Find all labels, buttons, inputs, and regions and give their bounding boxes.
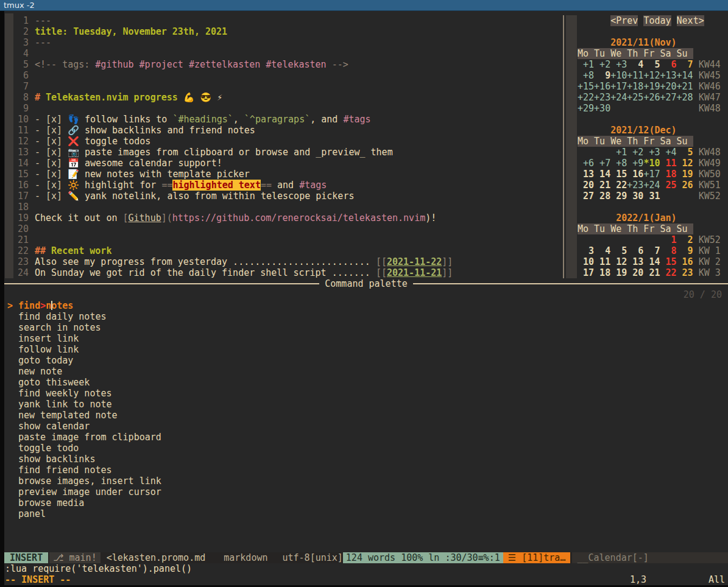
seg-teal[interactable]: +25 — [627, 92, 643, 103]
palette-item[interactable]: yank link to note — [4, 399, 728, 410]
editor-line[interactable]: 22## Recent work — [4, 245, 559, 256]
seg-teal[interactable]: +22 — [578, 92, 594, 103]
seg-teal[interactable]: +9 — [627, 158, 643, 169]
editor-line[interactable]: 11- [x] 🔗 show backlinks and friend note… — [4, 125, 559, 136]
seg-teal[interactable]: +8 — [578, 70, 594, 81]
seg-sun[interactable]: 19 — [677, 169, 693, 180]
editor-line[interactable]: 14- [x] 📅 awesome calendar support! — [4, 158, 559, 169]
seg-teal[interactable]: +3 — [643, 147, 660, 158]
seg-sun[interactable]: 2 — [677, 234, 693, 245]
palette-item[interactable]: browse media — [4, 497, 728, 508]
seg-teal[interactable]: +29 — [578, 103, 594, 114]
palette-item[interactable]: follow link — [4, 344, 728, 355]
seg-btn[interactable]: Next> — [677, 15, 704, 26]
seg-sat[interactable]: 8 — [660, 245, 676, 256]
seg-day[interactable]: 20 — [578, 180, 594, 191]
seg-day[interactable]: 7 — [643, 245, 660, 256]
seg-day[interactable]: 13 — [627, 256, 643, 267]
seg-btn[interactable]: <Prev — [610, 15, 638, 26]
editor-line[interactable]: 15- [x] 📝 new notes with template picker — [4, 169, 559, 180]
seg-teal[interactable]: +23 — [594, 92, 610, 103]
seg-sun[interactable]: 12 — [677, 158, 693, 169]
seg-teal[interactable]: +23 — [627, 180, 643, 191]
seg-day[interactable]: 5 — [643, 59, 660, 70]
seg-sat[interactable]: 1 — [660, 234, 676, 245]
palette-item[interactable]: show calendar — [4, 421, 728, 432]
seg-day[interactable]: 11 — [594, 256, 610, 267]
seg-day[interactable]: 15 — [610, 169, 627, 180]
palette-item[interactable]: panel — [4, 508, 728, 519]
editor-line[interactable]: 23Also see my progress from yesterday ..… — [4, 256, 559, 267]
seg-day[interactable]: 20 — [627, 267, 643, 278]
window-titlebar[interactable]: tmux -2 — [0, 0, 728, 11]
editor-line[interactable]: 24On Sunday we got rid of the daily find… — [4, 267, 559, 278]
seg-teal[interactable]: +18 — [627, 81, 643, 92]
seg-teal[interactable]: +16 — [594, 81, 610, 92]
seg-sat[interactable]: 15 — [660, 256, 676, 267]
seg-teal[interactable]: +11 — [627, 70, 643, 81]
seg-teal[interactable]: +24 — [643, 180, 660, 191]
palette-item[interactable]: goto thisweek — [4, 377, 728, 388]
calendar-scrollbar[interactable] — [566, 15, 577, 278]
seg-day[interactable]: 16 — [627, 169, 643, 180]
palette-item[interactable]: insert link — [4, 333, 728, 344]
editor-line[interactable]: 7 — [4, 81, 559, 92]
seg-day[interactable]: 17 — [578, 267, 594, 278]
editor-line[interactable]: 6 — [4, 70, 559, 81]
seg-teal[interactable]: +8 — [610, 158, 627, 169]
editor-line[interactable]: 21 — [4, 234, 559, 245]
window-separator[interactable] — [563, 15, 564, 278]
palette-item[interactable]: search in notes — [4, 322, 728, 333]
palette-item[interactable]: toggle todo — [4, 443, 728, 454]
editor-line[interactable]: 19Check it out on [Github](https://githu… — [4, 213, 559, 223]
palette-item[interactable]: find daily notes — [4, 311, 728, 322]
palette-item[interactable]: goto today — [4, 355, 728, 366]
editor-line[interactable]: 4 — [4, 48, 559, 59]
seg-day[interactable]: 21 — [594, 180, 610, 191]
seg-teal[interactable]: +6 — [578, 158, 594, 169]
seg-day[interactable]: 13 — [578, 169, 594, 180]
seg-day[interactable]: 31 — [643, 191, 660, 202]
seg-sat[interactable]: 6 — [660, 59, 676, 70]
palette-item[interactable]: preview image under cursor — [4, 487, 728, 497]
seg-sat[interactable]: 22 — [660, 267, 676, 278]
seg-sun[interactable]: 16 — [677, 256, 693, 267]
palette-item[interactable]: find friend notes — [4, 465, 728, 476]
editor-line[interactable]: 10- [x] 👣 follow links to `#headings`, `… — [4, 114, 559, 125]
seg-teal[interactable]: +7 — [594, 158, 610, 169]
editor-line[interactable]: 20 — [4, 223, 559, 234]
palette-item[interactable]: show backlinks — [4, 454, 728, 465]
seg-teal[interactable]: +1 — [610, 147, 627, 158]
seg-btn[interactable]: Today — [643, 15, 671, 26]
palette-item[interactable]: find weekly notes — [4, 388, 728, 399]
seg-sun[interactable]: 5 — [677, 147, 693, 158]
seg-teal[interactable]: +3 — [610, 59, 627, 70]
seg-teal[interactable]: +20 — [660, 81, 676, 92]
seg-teal[interactable]: +10 — [610, 70, 627, 81]
seg-day[interactable]: 29 — [610, 191, 627, 202]
seg-day[interactable]: 5 — [610, 245, 627, 256]
seg-teal[interactable]: +27 — [660, 92, 676, 103]
editor-line[interactable]: 18 — [4, 202, 559, 213]
seg-day[interactable]: 30 — [627, 191, 643, 202]
seg-teal[interactable]: +4 — [660, 147, 676, 158]
editor-line[interactable]: 13- [x] 📷 paste images from clipboard or… — [4, 147, 559, 158]
seg-day[interactable]: 4 — [594, 245, 610, 256]
seg-day[interactable]: 14 — [594, 169, 610, 180]
editor-line[interactable]: 8# Telekasten.nvim progress 💪 😎 ⚡ — [4, 92, 559, 103]
palette-item[interactable]: browse images, insert link — [4, 476, 728, 487]
seg-teal[interactable]: +17 — [610, 81, 627, 92]
seg-sun[interactable]: 23 — [677, 267, 693, 278]
palette-prompt[interactable]: > 20 / 20 — [4, 289, 728, 300]
seg-day[interactable]: 6 — [627, 245, 643, 256]
seg-teal[interactable]: +12 — [643, 70, 660, 81]
editor-line[interactable]: 16- [x] 🔆 highlight for ==highlighted te… — [4, 180, 559, 191]
seg-day[interactable]: 18 — [594, 267, 610, 278]
inactive-window-status[interactable]: __Calendar[-] — [572, 552, 728, 563]
editor-line[interactable]: 12- [x] ❌ toggle todos — [4, 136, 559, 147]
seg-day[interactable]: 9 — [594, 70, 610, 81]
seg-day[interactable]: 28 — [594, 191, 610, 202]
seg-teal[interactable]: +24 — [610, 92, 627, 103]
seg-sun[interactable]: 26 — [677, 180, 693, 191]
seg-teal[interactable]: +21 — [677, 81, 693, 92]
